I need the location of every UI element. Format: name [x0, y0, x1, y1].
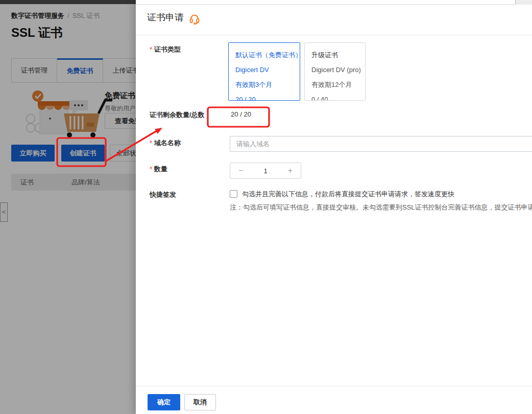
- quick-issue-text: 勾选并且完善以下信息，付款后将直接提交证书申请请求，签发速度更快: [242, 190, 454, 199]
- option-validity: 有效期3个月: [235, 77, 300, 92]
- screen: 数字证书管理服务/SSL 证书 SSL 证书 证书管理 免费证书 上传证书: [0, 0, 532, 414]
- cert-type-option-default[interactable]: 默认证书（免费证书） Digicert DV 有效期3个月 20 / 20: [228, 42, 300, 101]
- plus-icon[interactable]: +: [288, 167, 293, 175]
- footer-divider: [136, 386, 532, 386]
- option-name: 默认证书（免费证书）: [235, 48, 300, 62]
- domain-label: 域名名称: [150, 139, 181, 148]
- support-headset-icon[interactable]: [189, 13, 200, 25]
- quantity-label: 数量: [150, 165, 167, 174]
- option-quota: 20 / 20: [235, 92, 300, 101]
- option-validity: 有效期12个月: [311, 77, 365, 92]
- remaining-quota-label: 证书剩余数量/总数: [150, 110, 205, 120]
- top-hairline: [136, 4, 532, 5]
- quick-issue-label: 快捷签发: [150, 190, 176, 199]
- browser-chrome-artifact: [515, 0, 532, 5]
- cert-apply-drawer: 证书申请 证书类型 默认证书（免费证书） Digicert DV 有效期3个月 …: [136, 0, 532, 414]
- domain-input[interactable]: [230, 136, 532, 152]
- quantity-value[interactable]: 1: [263, 167, 267, 175]
- cert-type-option-upgrade[interactable]: 升级证书 Digicert DV (pro) 有效期12个月 0 / 40: [304, 42, 366, 101]
- confirm-button[interactable]: 确定: [148, 394, 180, 410]
- quick-issue-checkbox[interactable]: [230, 190, 237, 198]
- header-divider: [136, 35, 532, 35]
- option-name: 升级证书: [311, 48, 365, 62]
- minus-icon[interactable]: −: [238, 167, 243, 175]
- cancel-button[interactable]: 取消: [184, 394, 216, 410]
- remaining-quota-value: 20 / 20: [223, 110, 259, 118]
- cert-type-label: 证书类型: [150, 45, 181, 54]
- option-quota: 0 / 40: [311, 92, 365, 101]
- quick-issue-note: 注：勾选后可填写证书信息，直接提交审核。未勾选需要到SSL证书控制台完善证书信息…: [230, 203, 532, 212]
- quantity-stepper: − 1 +: [230, 163, 301, 179]
- option-brand: Digicert DV: [235, 62, 300, 77]
- option-brand: Digicert DV (pro): [311, 62, 365, 77]
- drawer-title: 证书申请: [147, 11, 184, 24]
